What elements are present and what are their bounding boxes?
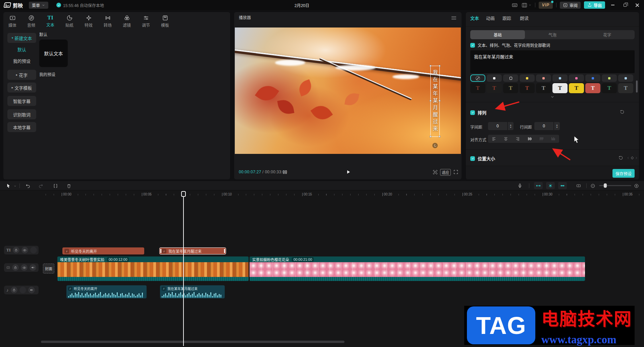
- play-button[interactable]: [345, 169, 351, 175]
- expand-presets-icon[interactable]: [550, 95, 555, 99]
- text-preset-swatch[interactable]: T: [569, 83, 584, 93]
- text-content-input[interactable]: 我在某年某月醒过来: [470, 50, 635, 73]
- audio-clip-1[interactable]: ♫听见冬天的离开: [66, 285, 147, 298]
- preview-axis-toggle[interactable]: [546, 182, 555, 189]
- align-right-button[interactable]: [513, 135, 523, 143]
- text-style-none[interactable]: [470, 74, 485, 82]
- select-tool-caret-icon[interactable]: [13, 184, 17, 188]
- video-clip-1[interactable]: 唯美雪景冬天树叶雪景实拍 00:00:12:00: [57, 256, 249, 281]
- vertical-align-button[interactable]: [525, 135, 535, 143]
- audio-clip-2[interactable]: ♫我在某年某月醒过来: [160, 285, 225, 298]
- video-track-lock-button[interactable]: [12, 264, 19, 271]
- align-center-button[interactable]: [501, 135, 511, 143]
- link-toggle[interactable]: [558, 182, 567, 189]
- tool-filter[interactable]: 滤镜: [118, 15, 136, 28]
- tool-text[interactable]: TI文本: [41, 15, 59, 27]
- timeline-scrollbar[interactable]: [41, 341, 344, 343]
- select-tool-button[interactable]: [4, 182, 13, 190]
- auto-snap-toggle[interactable]: [534, 182, 543, 189]
- swatch-scrollbar[interactable]: [636, 80, 638, 93]
- playhead-line[interactable]: [183, 191, 184, 346]
- tool-template[interactable]: 模板: [156, 15, 174, 28]
- keyframe-next-icon[interactable]: [634, 156, 638, 160]
- minimize-button[interactable]: [608, 0, 617, 10]
- zoom-in-button[interactable]: [632, 182, 641, 190]
- tool-audio[interactable]: 音频: [22, 15, 40, 28]
- subtab-fancy[interactable]: 花字: [580, 30, 635, 39]
- restore-button[interactable]: [621, 0, 629, 10]
- text-clip-1[interactable]: ♪ 听见冬天的离开: [62, 247, 144, 254]
- selection-handle[interactable]: [430, 65, 431, 67]
- text-style-swatch[interactable]: [602, 74, 617, 82]
- position-reset-icon[interactable]: [618, 155, 624, 161]
- tool-adjust[interactable]: 调节: [137, 15, 155, 28]
- shortcut-keyboard-icon[interactable]: [512, 2, 518, 8]
- selection-handle[interactable]: [430, 100, 431, 102]
- text-style-swatch[interactable]: [503, 74, 518, 82]
- vip-badge[interactable]: VIP: [539, 2, 553, 9]
- vertical-align-top-button[interactable]: [536, 135, 546, 143]
- preview-quality-icon[interactable]: [432, 169, 438, 175]
- default-text-card[interactable]: 默认文本: [39, 40, 68, 67]
- text-overlay-selection[interactable]: 我在某年某月醒过来: [430, 66, 440, 137]
- layout-switch[interactable]: [521, 2, 532, 8]
- video-preview[interactable]: 我在某年某月醒过来: [235, 27, 461, 154]
- fit-button[interactable]: 适应: [440, 169, 451, 176]
- text-preset-swatch[interactable]: T: [585, 83, 600, 93]
- text-preset-swatch[interactable]: T: [536, 83, 551, 93]
- text-style-swatch[interactable]: [618, 74, 633, 82]
- selection-handle[interactable]: [439, 100, 440, 102]
- sidebar-item-new-text[interactable]: ▾新建文本: [7, 33, 36, 43]
- tab-animation[interactable]: 动画: [486, 15, 495, 21]
- arrange-checkbox[interactable]: [470, 110, 475, 115]
- video-clip-2[interactable]: 实景拍摄粉色樱花花朵 00:00:21:00: [250, 256, 585, 281]
- menu-button[interactable]: 菜单: [29, 2, 48, 9]
- letter-spacing-input[interactable]: 0: [488, 122, 507, 130]
- sidebar-item-text-template[interactable]: ▸文字模板: [7, 82, 36, 93]
- text-style-swatch[interactable]: [552, 74, 568, 82]
- text-preset-swatch[interactable]: T: [470, 83, 485, 93]
- text-preset-swatch[interactable]: T: [520, 83, 535, 93]
- align-left-button[interactable]: [489, 135, 499, 143]
- zoom-out-button[interactable]: [588, 182, 597, 190]
- text-clip-2-selected[interactable]: ♪ 我在某年某月醒过来: [159, 247, 226, 254]
- text-style-swatch[interactable]: [487, 74, 502, 82]
- fullscreen-icon[interactable]: [453, 169, 459, 175]
- sidebar-item-default[interactable]: 默认: [7, 46, 36, 53]
- tool-effects[interactable]: 特效: [79, 15, 98, 28]
- position-checkbox[interactable]: [470, 156, 475, 161]
- sidebar-item-my-presets[interactable]: 我的预设: [7, 57, 36, 64]
- timeline-zoom-slider[interactable]: [599, 185, 631, 186]
- selection-handle[interactable]: [439, 136, 440, 137]
- sidebar-item-smart-subtitle[interactable]: 智能字幕: [7, 96, 36, 106]
- tab-text[interactable]: 文本: [470, 15, 479, 21]
- delete-button[interactable]: [64, 182, 73, 190]
- text-preset-swatch[interactable]: T: [618, 83, 633, 93]
- selection-handle[interactable]: [439, 65, 440, 67]
- sidebar-item-recognize-lyrics[interactable]: 识别歌词: [7, 109, 36, 119]
- redo-button[interactable]: [36, 182, 45, 190]
- zoom-slider-knob[interactable]: [604, 183, 607, 188]
- split-preview-toggle[interactable]: [574, 182, 583, 189]
- export-button[interactable]: 导出: [584, 1, 605, 9]
- selection-handle[interactable]: [430, 136, 431, 137]
- line-spacing-input[interactable]: 0: [534, 122, 553, 130]
- keyframe-diamond-icon[interactable]: [630, 156, 635, 160]
- undo-button[interactable]: [23, 182, 32, 190]
- tool-media[interactable]: 媒体: [3, 15, 21, 28]
- video-track-mute-button[interactable]: [30, 264, 36, 271]
- text-style-swatch[interactable]: [585, 74, 600, 82]
- apply-all-checkbox[interactable]: [470, 43, 475, 48]
- subtab-basic[interactable]: 基础: [470, 30, 525, 39]
- split-button[interactable]: [51, 182, 60, 190]
- text-track-lock-button[interactable]: [13, 247, 19, 253]
- text-track-visibility-button[interactable]: [21, 247, 28, 253]
- sidebar-item-fancy-text[interactable]: ▸花字: [7, 70, 36, 80]
- video-track-visibility-button[interactable]: [21, 264, 28, 271]
- audio-track-mute-button[interactable]: [28, 287, 35, 293]
- cover-button[interactable]: 封面: [43, 264, 54, 274]
- tab-reading[interactable]: 朗读: [520, 15, 529, 21]
- record-voiceover-button[interactable]: [516, 182, 524, 190]
- line-spacing-stepper[interactable]: ▲▼: [554, 122, 560, 130]
- close-button[interactable]: [633, 0, 641, 10]
